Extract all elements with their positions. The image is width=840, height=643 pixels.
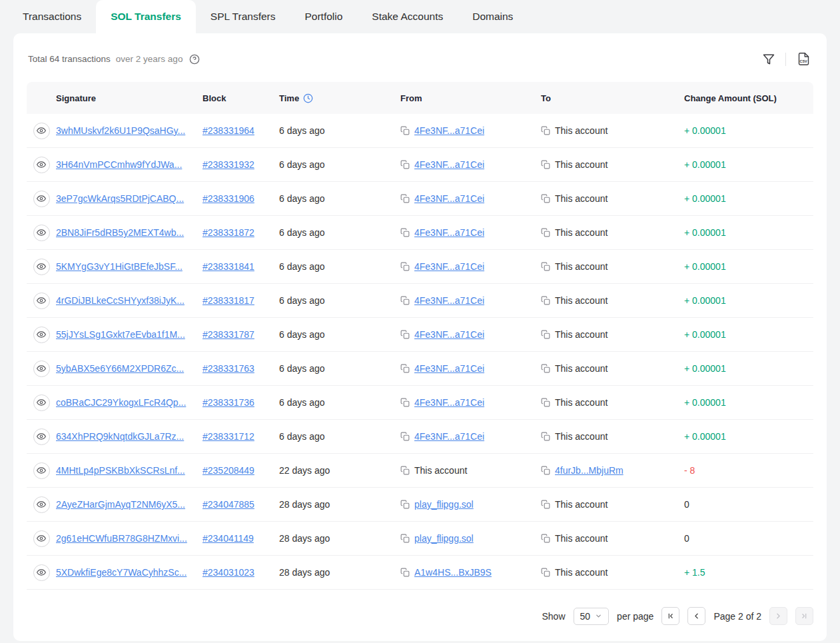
signature-link[interactable]: 5KMYgG3vY1HiGtBEfeJbSF...: [56, 261, 183, 272]
copy-icon[interactable]: [541, 262, 550, 271]
to-address[interactable]: 4furJb...MbjuRm: [555, 465, 624, 476]
block-link[interactable]: #234031023: [203, 567, 254, 578]
from-address[interactable]: 4Fe3NF...a71Cei: [414, 193, 484, 204]
block-link[interactable]: #235208449: [203, 465, 254, 476]
from-address[interactable]: 4Fe3NF...a71Cei: [414, 329, 484, 340]
from-address[interactable]: 4Fe3NF...a71Cei: [414, 261, 484, 272]
preview-eye-icon[interactable]: [33, 360, 50, 377]
copy-icon[interactable]: [400, 432, 410, 441]
from-address[interactable]: 4Fe3NF...a71Cei: [414, 125, 484, 136]
from-address[interactable]: 4Fe3NF...a71Cei: [414, 363, 484, 374]
copy-icon[interactable]: [541, 534, 550, 543]
signature-link[interactable]: 4rGDiJBLkeCcSHYyxf38iJyK...: [56, 295, 185, 306]
copy-icon[interactable]: [541, 126, 550, 135]
block-link[interactable]: #238331872: [203, 227, 254, 238]
copy-icon[interactable]: [400, 466, 410, 475]
next-page-button[interactable]: [769, 607, 787, 625]
signature-link[interactable]: 3H64nVmPCCmhw9fYdJWa...: [56, 159, 182, 170]
preview-eye-icon[interactable]: [33, 428, 50, 445]
copy-icon[interactable]: [400, 228, 410, 237]
copy-icon[interactable]: [400, 262, 410, 271]
clock-icon[interactable]: [303, 93, 313, 103]
question-circle-icon[interactable]: [188, 53, 201, 66]
preview-eye-icon[interactable]: [33, 191, 50, 207]
copy-icon[interactable]: [541, 466, 550, 475]
copy-icon[interactable]: [541, 432, 550, 441]
copy-icon[interactable]: [400, 126, 410, 135]
copy-icon[interactable]: [541, 194, 550, 203]
copy-icon[interactable]: [400, 194, 410, 203]
signature-link[interactable]: 5ybABX5e6Y66M2XPDR6Zc...: [56, 363, 184, 374]
preview-eye-icon[interactable]: [33, 530, 50, 547]
block-link[interactable]: #238331932: [203, 159, 254, 170]
page-size-select[interactable]: 50: [574, 608, 610, 625]
signature-link[interactable]: 5XDwkfiEge8cY7WaCyhhzSc...: [56, 567, 187, 578]
from-address[interactable]: play_flipgg.sol: [414, 499, 474, 510]
block-link[interactable]: #238331736: [203, 397, 254, 408]
preview-eye-icon[interactable]: [33, 394, 50, 411]
block-link[interactable]: #238331906: [203, 193, 254, 204]
tab-portfolio[interactable]: Portfolio: [290, 0, 357, 33]
copy-icon[interactable]: [541, 228, 550, 237]
copy-icon[interactable]: [400, 534, 410, 543]
from-address[interactable]: A1w4HS...BxJB9S: [414, 567, 492, 578]
tab-transactions[interactable]: Transactions: [8, 0, 96, 33]
from-address[interactable]: 4Fe3NF...a71Cei: [414, 295, 484, 306]
tab-stake-accounts[interactable]: Stake Accounts: [357, 0, 458, 33]
copy-icon[interactable]: [400, 364, 410, 373]
block-link[interactable]: #238331787: [203, 329, 254, 340]
from-address[interactable]: 4Fe3NF...a71Cei: [414, 397, 484, 408]
copy-icon[interactable]: [541, 568, 550, 577]
signature-link[interactable]: coBRaCJC29YkogxLFcR4Qp...: [56, 397, 186, 408]
preview-eye-icon[interactable]: [33, 123, 50, 139]
copy-icon[interactable]: [541, 330, 550, 339]
signature-link[interactable]: 4MHtLp4pPSKBbXkSCRsLnf...: [56, 465, 185, 476]
copy-icon[interactable]: [400, 330, 410, 339]
signature-link[interactable]: 2g61eHCWfuBR78G8HZMxvi...: [56, 533, 187, 544]
preview-eye-icon[interactable]: [33, 496, 50, 513]
csv-download-icon[interactable]: CSV: [795, 51, 812, 67]
last-page-button[interactable]: [795, 607, 813, 625]
tab-domains[interactable]: Domains: [458, 0, 528, 33]
preview-eye-icon[interactable]: [33, 225, 50, 241]
copy-icon[interactable]: [541, 500, 550, 509]
from-address[interactable]: 4Fe3NF...a71Cei: [414, 159, 484, 170]
filter-funnel-icon[interactable]: [761, 52, 776, 67]
block-link[interactable]: #238331763: [203, 363, 254, 374]
tab-sol-transfers[interactable]: SOL Transfers: [96, 0, 196, 33]
signature-link[interactable]: 634XhPRQ9kNqtdkGJLa7Rz...: [56, 431, 184, 442]
copy-icon[interactable]: [541, 398, 550, 407]
copy-icon[interactable]: [400, 160, 410, 169]
prev-page-button[interactable]: [687, 607, 705, 625]
first-page-button[interactable]: [661, 607, 679, 625]
preview-eye-icon[interactable]: [33, 462, 50, 479]
preview-eye-icon[interactable]: [33, 259, 50, 275]
from-address[interactable]: play_flipgg.sol: [414, 533, 474, 544]
block-link[interactable]: #234041149: [203, 533, 254, 544]
signature-link[interactable]: 55jJYsLSg1Gxkt7eEvba1f1M...: [56, 329, 185, 340]
block-link[interactable]: #238331841: [203, 261, 254, 272]
block-link[interactable]: #234047885: [203, 499, 254, 510]
copy-icon[interactable]: [541, 364, 550, 373]
block-link[interactable]: #238331817: [203, 295, 254, 306]
signature-link[interactable]: 2AyeZHarGjmAyqT2NM6yX5...: [56, 499, 185, 510]
signature-link[interactable]: 3whMUskvf2k6U1P9QsaHGy...: [56, 125, 185, 136]
block-link[interactable]: #238331712: [203, 431, 254, 442]
copy-icon[interactable]: [400, 296, 410, 305]
copy-icon[interactable]: [541, 296, 550, 305]
tab-spl-transfers[interactable]: SPL Transfers: [196, 0, 290, 33]
copy-icon[interactable]: [400, 500, 410, 509]
preview-eye-icon[interactable]: [33, 564, 50, 581]
preview-eye-icon[interactable]: [33, 157, 50, 173]
copy-icon[interactable]: [400, 568, 410, 577]
signature-link[interactable]: 2BN8JiFr5dRB5y2MEXT4wb...: [56, 227, 184, 238]
preview-eye-icon[interactable]: [33, 293, 50, 309]
preview-eye-icon[interactable]: [33, 326, 50, 343]
block-link[interactable]: #238331964: [203, 125, 254, 136]
table-row: 5KMYgG3vY1HiGtBEfeJbSF... #238331841 6 d…: [27, 250, 813, 284]
copy-icon[interactable]: [541, 160, 550, 169]
from-address[interactable]: 4Fe3NF...a71Cei: [414, 431, 484, 442]
from-address[interactable]: 4Fe3NF...a71Cei: [414, 227, 484, 238]
copy-icon[interactable]: [400, 398, 410, 407]
signature-link[interactable]: 3eP7gcWkArqs5RDtPjCABQ...: [56, 193, 184, 204]
